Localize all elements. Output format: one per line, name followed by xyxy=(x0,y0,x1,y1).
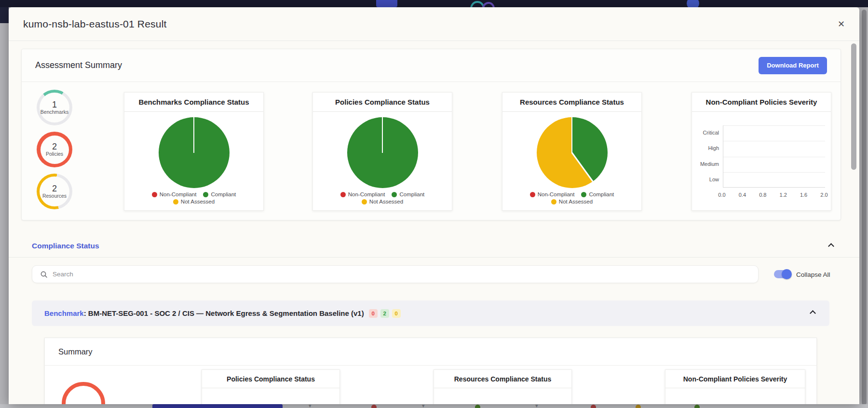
legend-item: Non-Compliant xyxy=(152,191,197,197)
legend-item: Non-Compliant xyxy=(530,191,575,197)
legend-item: Non-Compliant xyxy=(340,191,385,197)
axis-tick-label: 0.4 xyxy=(735,192,749,198)
plot-area xyxy=(723,125,825,188)
counter-policies: 2 Policies xyxy=(37,132,72,167)
pie-chart-card: Resources Compliance Status Non-Complian… xyxy=(502,92,642,211)
modal-scrollbar[interactable] xyxy=(851,43,856,170)
count-badge: 0 xyxy=(369,309,378,318)
legend-dot xyxy=(392,192,397,197)
policies-ring-partial xyxy=(62,382,105,404)
counter-label: Policies xyxy=(46,151,63,157)
benchmark-summary-card: Summary Policies Compliance Status Resou… xyxy=(44,338,817,404)
severity-bar-chart: CriticalHighMediumLow0.00.40.81.21.62.0 xyxy=(692,112,831,210)
legend-item: Compliant xyxy=(203,191,236,197)
chart-title: Policies Compliance Status xyxy=(313,93,452,112)
chevron-up-icon xyxy=(810,310,816,316)
mini-chart-title: Non-Compliant Policies Severity xyxy=(665,370,805,388)
chart-legend: Non-Compliant Compliant Not Assessed xyxy=(326,191,439,204)
collapse-all-label: Collapse All xyxy=(796,271,830,278)
chevron-up-icon xyxy=(828,243,834,249)
counter-value: 2 xyxy=(52,142,57,151)
counter-value: 2 xyxy=(52,184,57,193)
axis-tick-label: 0.8 xyxy=(756,192,770,198)
chart-title: Non-Compliant Policies Severity xyxy=(692,93,831,112)
legend-item: Compliant xyxy=(581,191,614,197)
gridline xyxy=(723,157,825,157)
legend-item: Not Assessed xyxy=(551,199,593,204)
mini-chart-title: Policies Compliance Status xyxy=(202,370,339,388)
search-input[interactable] xyxy=(53,271,750,278)
assessment-summary-title: Assessment Summary xyxy=(35,60,122,70)
pie-chart-card: Policies Compliance Status Non-Compliant… xyxy=(312,92,452,211)
legend-dot xyxy=(173,199,178,204)
divider xyxy=(9,257,859,258)
chart-legend: Non-Compliant Compliant Not Assessed xyxy=(137,191,251,204)
chart-title: Resources Compliance Status xyxy=(502,93,641,112)
modal-title: kumo-nsb-lab-eastus-01 Result xyxy=(23,18,167,30)
axis-tick-label: 1.2 xyxy=(776,192,790,198)
gridline xyxy=(723,141,825,141)
pie-slice-divider xyxy=(571,117,573,153)
legend-item: Compliant xyxy=(392,191,424,197)
search-icon xyxy=(40,271,48,278)
pie-slice-divider xyxy=(382,117,383,153)
collapse-all-toggle[interactable] xyxy=(774,270,791,278)
pie-chart xyxy=(537,117,608,188)
counter-value: 1 xyxy=(52,100,57,109)
counter-label: Resources xyxy=(42,193,67,199)
counter-resources: 2 Resources xyxy=(37,174,72,209)
section-collapse-button[interactable] xyxy=(827,241,835,252)
counter-label: Benchmarks xyxy=(41,109,68,115)
screen: ▾▾▾ kumo-nsb-lab-eastus-01 Result ✕ Asse… xyxy=(0,0,868,408)
benchmark-badges: 020 xyxy=(369,309,404,318)
legend-dot xyxy=(581,192,586,197)
gridline xyxy=(723,125,825,126)
legend-dot xyxy=(340,192,346,197)
pie-chart xyxy=(159,117,230,188)
assessment-summary-header: Assessment Summary Download Report xyxy=(22,49,841,82)
download-report-button[interactable]: Download Report xyxy=(759,57,827,74)
axis-tick-label: 2.0 xyxy=(817,192,831,198)
modal-header: kumo-nsb-lab-eastus-01 Result ✕ xyxy=(9,7,859,41)
axis-category-label: Medium xyxy=(692,161,719,167)
mini-chart-card: Resources Compliance Status xyxy=(434,369,572,404)
counter-inner: 2 Resources xyxy=(40,177,69,206)
benchmark-collapse-button[interactable] xyxy=(809,308,817,319)
search-bar xyxy=(32,265,759,283)
counter-inner: 1 Benchmarks xyxy=(40,93,69,122)
legend-dot xyxy=(551,199,556,204)
chart-title: Benchmarks Compliance Status xyxy=(124,93,263,112)
axis-category-label: Low xyxy=(692,177,719,182)
pie-chart xyxy=(347,117,418,188)
mini-chart-card: Policies Compliance Status xyxy=(202,369,340,404)
gridline xyxy=(723,172,825,173)
axis-category-label: High xyxy=(692,145,719,151)
result-modal: kumo-nsb-lab-eastus-01 Result ✕ Assessme… xyxy=(9,7,859,404)
counter-benchmarks: 1 Benchmarks xyxy=(37,90,72,125)
benchmark-row[interactable]: Benchmark : BM-NET-SEG-001 - SOC 2 / CIS… xyxy=(32,300,829,326)
axis-tick-label: 1.6 xyxy=(797,192,811,198)
legend-dot xyxy=(152,192,157,197)
toggle-knob xyxy=(782,269,792,279)
pie-slice-divider xyxy=(571,152,593,182)
count-badge: 2 xyxy=(380,309,389,318)
close-icon[interactable]: ✕ xyxy=(838,19,845,29)
pie-chart-card: Benchmarks Compliance Status Non-Complia… xyxy=(124,92,264,211)
chart-legend: Non-Compliant Compliant Not Assessed xyxy=(515,191,629,204)
severity-chart-card: Non-Compliant Policies Severity Critical… xyxy=(692,92,831,211)
axis-tick-label: 0.0 xyxy=(715,192,729,198)
axis-category-label: Critical xyxy=(692,130,719,136)
pie-slice-divider xyxy=(193,117,195,153)
legend-dot xyxy=(203,192,208,197)
compliance-status-heading[interactable]: Compliance Status xyxy=(32,242,99,250)
legend-item: Not Assessed xyxy=(173,199,215,204)
benchmark-summary-title: Summary xyxy=(45,338,816,366)
mini-chart-card: Non-Compliant Policies Severity xyxy=(665,369,805,404)
assessment-summary-card: Assessment Summary Download Report 1 Ben… xyxy=(21,49,841,220)
benchmark-label: Benchmark xyxy=(44,309,84,317)
compliance-status-section-header: Compliance Status xyxy=(32,239,835,253)
count-badge: 0 xyxy=(392,309,401,318)
counter-rings: 1 Benchmarks 2 Policies 2 Resources xyxy=(36,90,73,216)
legend-dot xyxy=(362,199,367,204)
mini-chart-title: Resources Compliance Status xyxy=(434,370,571,388)
